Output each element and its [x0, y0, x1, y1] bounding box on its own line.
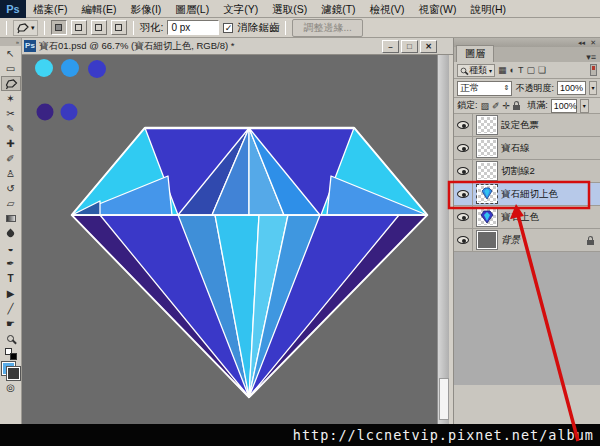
- lock-position-icon[interactable]: ✛: [503, 101, 511, 111]
- fill-dropdown-icon[interactable]: ▾: [580, 99, 589, 113]
- rectangular-marquee-tool[interactable]: ▭: [1, 61, 21, 76]
- move-tool[interactable]: ↖: [1, 46, 21, 61]
- panel-menu-icon[interactable]: ▾≡: [582, 52, 600, 62]
- filter-kind-dropdown[interactable]: 種類 ▾: [457, 64, 495, 77]
- type-tool[interactable]: T: [1, 271, 21, 286]
- lock-all-icon[interactable]: [513, 105, 520, 110]
- lock-paint-icon[interactable]: ✐: [492, 101, 500, 111]
- hand-tool[interactable]: ☛: [1, 316, 21, 331]
- layer-row[interactable]: 設定色票: [454, 114, 600, 137]
- layer-name[interactable]: 設定色票: [501, 119, 539, 132]
- fill-label: 填滿:: [527, 99, 548, 112]
- eraser-tool[interactable]: ▱: [1, 196, 21, 211]
- psd-file-icon: Ps: [24, 40, 36, 52]
- separator: [285, 21, 286, 35]
- blend-mode-select[interactable]: 正常 ⇕: [457, 81, 512, 96]
- intersect-selection-button[interactable]: [111, 20, 127, 35]
- history-brush-tool[interactable]: ↺: [1, 181, 21, 196]
- layer-thumbnail[interactable]: [477, 116, 497, 134]
- canvas-area[interactable]: [22, 55, 437, 424]
- layer-row[interactable]: 寶石上色: [454, 206, 600, 229]
- layer-thumbnail[interactable]: [477, 208, 497, 226]
- layer-name[interactable]: 切割線2: [501, 165, 535, 178]
- blur-tool[interactable]: [1, 226, 21, 241]
- visibility-toggle[interactable]: [454, 114, 473, 136]
- canvas-vertical-scrollbar[interactable]: [437, 55, 449, 424]
- layer-filter-row: 種類 ▾ ▦ ◐ T ▢ ❏: [454, 62, 600, 79]
- lock-transparency-icon[interactable]: ▨: [481, 101, 490, 111]
- layer-thumbnail[interactable]: [477, 139, 497, 157]
- crop-tool[interactable]: ✂: [1, 106, 21, 121]
- filter-adjustment-layers-icon[interactable]: ◐: [510, 65, 515, 75]
- menu-help[interactable]: 說明(H): [464, 0, 514, 18]
- layer-name[interactable]: 寶石上色: [501, 211, 539, 224]
- menu-filter[interactable]: 濾鏡(T): [314, 0, 362, 18]
- tab-layers[interactable]: 圖層: [456, 45, 494, 62]
- new-selection-button[interactable]: [51, 20, 67, 35]
- window-close-button[interactable]: ✕: [420, 40, 437, 53]
- background-color-swatch[interactable]: [7, 367, 20, 380]
- collapse-panels-icon[interactable]: ◂◂: [578, 39, 585, 47]
- fill-input[interactable]: 100%: [551, 99, 577, 113]
- layer-thumbnail[interactable]: [477, 162, 497, 180]
- quick-mask-button[interactable]: ◎: [1, 380, 21, 395]
- clone-stamp-tool[interactable]: ♙: [1, 166, 21, 181]
- menu-file[interactable]: 檔案(F): [26, 0, 74, 18]
- menu-view[interactable]: 檢視(V): [363, 0, 412, 18]
- default-colors-icon[interactable]: [5, 348, 17, 360]
- color-swatches: [2, 362, 20, 380]
- visibility-toggle[interactable]: [454, 183, 473, 205]
- zoom-tool[interactable]: [1, 331, 21, 346]
- subtract-from-selection-button[interactable]: [91, 20, 107, 35]
- window-minimize-button[interactable]: –: [382, 40, 399, 53]
- filter-shape-layers-icon[interactable]: ▢: [526, 65, 535, 75]
- dodge-tool[interactable]: ◒: [1, 241, 21, 256]
- menu-image[interactable]: 影像(I): [123, 0, 168, 18]
- collapse-toolbar-icon[interactable]: »: [0, 38, 21, 46]
- gradient-tool[interactable]: [1, 211, 21, 226]
- close-panel-icon[interactable]: ✕: [590, 39, 596, 47]
- layer-name[interactable]: 寶石細切上色: [501, 188, 558, 201]
- layer-thumbnail[interactable]: [477, 185, 497, 203]
- filtering-toggle[interactable]: [590, 64, 597, 76]
- scrollbar-thumb[interactable]: [439, 378, 449, 420]
- visibility-toggle[interactable]: [454, 229, 473, 251]
- opacity-label: 不透明度:: [515, 82, 554, 95]
- filter-type-layers-icon[interactable]: T: [518, 65, 524, 75]
- document-title-bar[interactable]: Ps 寶石01.psd @ 66.7% (寶石細切上色, RGB/8) * – …: [22, 38, 453, 55]
- healing-brush-tool[interactable]: ✚: [1, 136, 21, 151]
- opacity-dropdown-icon[interactable]: ▾: [589, 81, 597, 95]
- line-tool[interactable]: ╱: [1, 301, 21, 316]
- brush-tool[interactable]: ✐: [1, 151, 21, 166]
- layer-thumbnail[interactable]: [477, 231, 497, 249]
- menu-window[interactable]: 視窗(W): [412, 0, 464, 18]
- refine-edge-button[interactable]: 調整邊緣...: [292, 19, 362, 37]
- layer-row[interactable]: 寶石線: [454, 137, 600, 160]
- mini-diamond-icon: [479, 187, 495, 201]
- layer-row-selected[interactable]: 寶石細切上色: [454, 183, 600, 206]
- tool-preset-picker[interactable]: ▾: [13, 20, 38, 36]
- lasso-tool[interactable]: [1, 76, 21, 91]
- layer-row[interactable]: 切割線2: [454, 160, 600, 183]
- eyedropper-tool[interactable]: ✎: [1, 121, 21, 136]
- layer-name[interactable]: 寶石線: [501, 142, 530, 155]
- menu-type[interactable]: 文字(Y): [216, 0, 265, 18]
- antialias-checkbox[interactable]: ✓: [223, 23, 233, 33]
- filter-smart-object-icon[interactable]: ❏: [538, 65, 546, 75]
- layer-row-background[interactable]: 背景: [454, 229, 600, 252]
- menu-edit[interactable]: 編輯(E): [74, 0, 123, 18]
- feather-input[interactable]: 0 px: [167, 20, 219, 35]
- menu-select[interactable]: 選取(S): [265, 0, 314, 18]
- visibility-toggle[interactable]: [454, 206, 473, 228]
- path-selection-tool[interactable]: ▶: [1, 286, 21, 301]
- opacity-input[interactable]: 100%: [557, 81, 586, 95]
- visibility-toggle[interactable]: [454, 160, 473, 182]
- visibility-toggle[interactable]: [454, 137, 473, 159]
- pen-tool[interactable]: ✒: [1, 256, 21, 271]
- layer-name[interactable]: 背景: [501, 234, 520, 247]
- filter-pixel-layers-icon[interactable]: ▦: [498, 65, 507, 75]
- add-to-selection-button[interactable]: [71, 20, 87, 35]
- window-restore-button[interactable]: □: [401, 40, 418, 53]
- quick-selection-tool[interactable]: ✶: [1, 91, 21, 106]
- menu-layer[interactable]: 圖層(L): [168, 0, 216, 18]
